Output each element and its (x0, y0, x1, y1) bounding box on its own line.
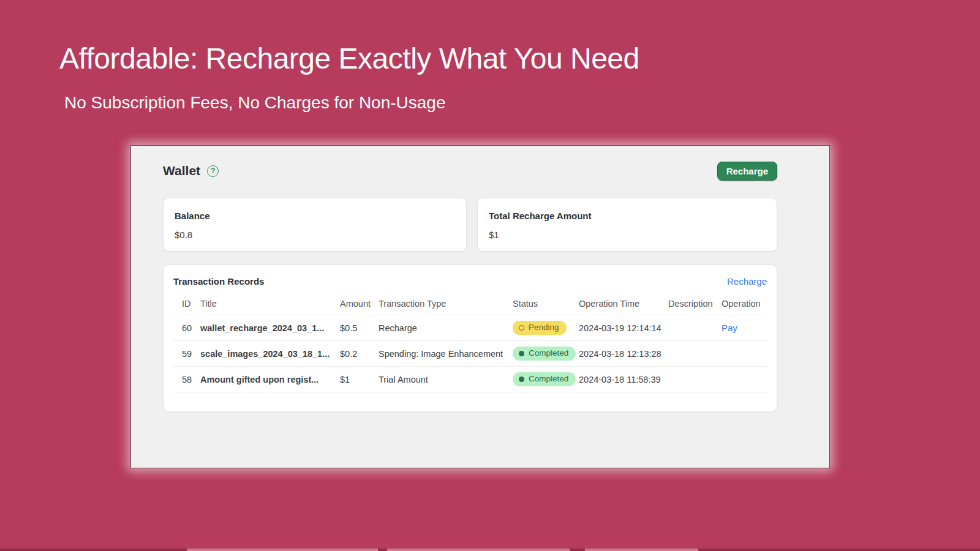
cell-amount: $0.5 (340, 323, 379, 333)
balance-value: $0.8 (175, 230, 455, 240)
wallet-panel: Wallet ? Recharge Balance $0.8 Total Rec… (130, 145, 830, 468)
status-badge: Completed (513, 347, 576, 361)
column-header-amount: Amount (340, 299, 379, 309)
cell-title: Amount gifted upon regist... (200, 375, 340, 384)
table-row: 58 Amount gifted upon regist... $1 Trial… (173, 367, 767, 392)
horizontal-scrollbar[interactable] (0, 549, 980, 551)
scrollbar-thumb[interactable] (387, 549, 570, 551)
pay-link[interactable]: Pay (722, 323, 737, 333)
cell-title: wallet_recharge_2024_03_1... (200, 323, 340, 333)
page-subheading: No Subscription Fees, No Charges for Non… (64, 93, 446, 113)
cell-id: 58 (173, 375, 200, 384)
scrollbar-thumb[interactable] (187, 549, 378, 551)
cell-amount: $1 (340, 375, 379, 384)
column-header-title: Title (200, 299, 340, 309)
wallet-title: Wallet (163, 163, 200, 178)
transaction-records-title: Transaction Records (173, 276, 264, 287)
status-badge-label: Completed (529, 375, 568, 383)
total-recharge-value: $1 (489, 230, 766, 240)
total-recharge-card: Total Recharge Amount $1 (477, 198, 777, 252)
cell-operation: Pay (722, 323, 767, 333)
completed-dot-icon (519, 377, 524, 382)
column-header-operation: Operation (722, 299, 767, 309)
cell-status: Completed (513, 347, 579, 361)
status-badge: Pending (513, 321, 567, 335)
table-row: 59 scale_images_2024_03_18_1... $0.2 Spe… (173, 341, 767, 367)
column-header-operation-time: Operation Time (579, 299, 668, 309)
cell-transaction-type: Recharge (379, 323, 513, 333)
transaction-records-header: Transaction Records Recharge (173, 275, 767, 287)
pending-circle-icon (519, 325, 524, 331)
status-badge-label: Pending (529, 323, 559, 332)
balance-card: Balance $0.8 (163, 198, 467, 252)
column-header-description: Description (668, 299, 722, 309)
wallet-header: Wallet ? Recharge (163, 160, 777, 181)
cell-transaction-type: Spending: Image Enhancement (379, 349, 513, 359)
table-header-row: ID Title Amount Transaction Type Status … (173, 292, 767, 315)
cell-amount: $0.2 (340, 349, 379, 359)
cell-status: Pending (513, 321, 579, 335)
cell-id: 59 (173, 349, 200, 359)
help-icon[interactable]: ? (207, 165, 219, 177)
recharge-button[interactable]: Recharge (717, 162, 777, 181)
cell-transaction-type: Trial Amount (379, 375, 513, 384)
total-recharge-label: Total Recharge Amount (489, 211, 766, 221)
status-badge: Completed (513, 372, 576, 386)
recharge-link[interactable]: Recharge (727, 276, 767, 287)
balance-label: Balance (175, 211, 455, 221)
page-heading: Affordable: Recharge Exactly What You Ne… (59, 40, 639, 77)
table-row: 60 wallet_recharge_2024_03_1... $0.5 Rec… (173, 315, 767, 341)
cell-status: Completed (513, 372, 579, 386)
transaction-records-card: Transaction Records Recharge ID Title Am… (163, 264, 777, 412)
cell-title: scale_images_2024_03_18_1... (200, 349, 340, 359)
cell-operation-time: 2024-03-19 12:14:14 (579, 323, 668, 333)
completed-dot-icon (519, 351, 524, 356)
status-badge-label: Completed (529, 349, 568, 358)
cell-operation-time: 2024-03-18 11:58:39 (579, 375, 668, 384)
column-header-status: Status (513, 299, 579, 309)
column-header-id: ID (173, 299, 200, 309)
cell-id: 60 (173, 323, 200, 333)
summary-cards-row: Balance $0.8 Total Recharge Amount $1 (163, 198, 777, 252)
scrollbar-thumb[interactable] (585, 549, 698, 551)
cell-operation-time: 2024-03-18 12:13:28 (579, 349, 668, 359)
column-header-transaction-type: Transaction Type (379, 299, 513, 309)
